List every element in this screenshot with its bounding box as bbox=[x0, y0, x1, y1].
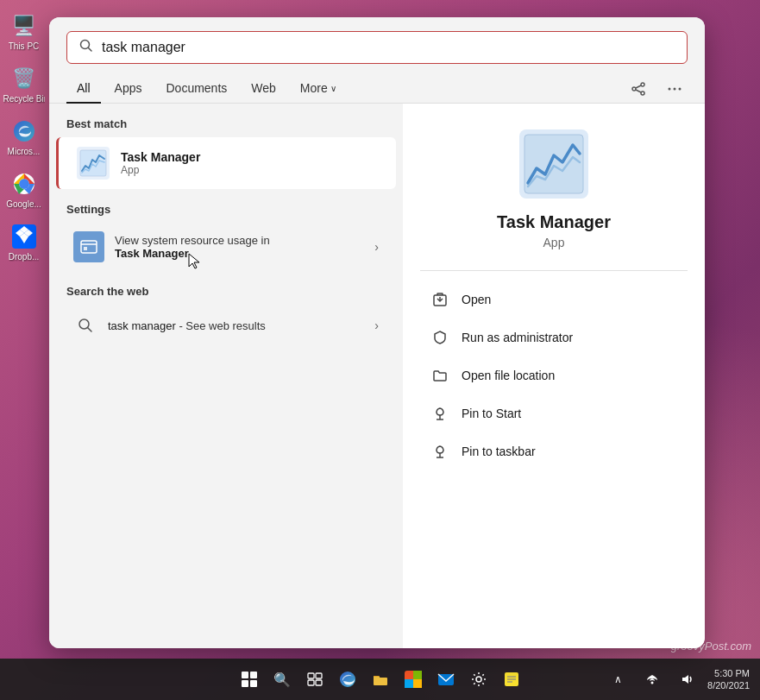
action-pin-to-taskbar-label: Pin to taskbar bbox=[462, 445, 536, 458]
action-pin-to-start-label: Pin to Start bbox=[462, 407, 521, 420]
app-detail-name: Task Manager bbox=[497, 212, 611, 232]
action-run-as-admin[interactable]: Run as administrator bbox=[420, 319, 688, 356]
web-search-icon bbox=[73, 313, 97, 337]
web-search-item[interactable]: task manager - See web results › bbox=[56, 305, 396, 346]
action-pin-to-start[interactable]: Pin to Start bbox=[420, 395, 688, 432]
taskbar-clock[interactable]: 5:30 PM 8/20/2021 bbox=[707, 667, 750, 692]
task-manager-icon-small bbox=[76, 146, 110, 180]
svg-point-19 bbox=[679, 87, 681, 90]
web-search-title: Search the web bbox=[49, 285, 403, 305]
svg-point-52 bbox=[651, 682, 654, 684]
settings-item[interactable]: View system resource usage in Task Manag… bbox=[56, 223, 396, 271]
svg-line-26 bbox=[88, 328, 92, 332]
taskbar-mail-icon[interactable] bbox=[432, 665, 460, 693]
svg-rect-37 bbox=[308, 673, 314, 678]
search-input-area bbox=[49, 17, 705, 74]
action-open-file-location[interactable]: Open file location bbox=[420, 357, 688, 394]
taskbar-chevron-icon[interactable]: ∧ bbox=[604, 665, 631, 693]
taskbar-notes-icon[interactable] bbox=[498, 665, 525, 693]
action-run-as-admin-label: Run as administrator bbox=[462, 331, 573, 344]
share-icon-btn[interactable] bbox=[625, 76, 651, 102]
desktop-icon-edge[interactable]: Micros... bbox=[3, 114, 45, 160]
action-pin-to-taskbar[interactable]: Pin to taskbar bbox=[420, 433, 688, 470]
left-panel: Best match Task Manager App bbox=[49, 104, 403, 648]
desktop-icons-area: 🖥️ This PC 🗑️ Recycle Bin Micros... bbox=[0, 0, 47, 659]
desktop-icon-dropbox[interactable]: Dropb... bbox=[3, 219, 45, 265]
right-panel: Task Manager App Open bbox=[403, 104, 705, 648]
desktop-icon-chrome[interactable]: Google... bbox=[3, 167, 45, 212]
web-search-query: task manager bbox=[108, 319, 176, 332]
svg-point-3 bbox=[21, 180, 28, 187]
chrome-icon bbox=[10, 170, 38, 198]
taskbar-search-icon[interactable]: 🔍 bbox=[268, 665, 296, 693]
taskbar-explorer-icon[interactable] bbox=[367, 665, 394, 693]
recycle-bin-icon: 🗑️ bbox=[10, 65, 38, 92]
best-match-title: Best match bbox=[49, 117, 403, 137]
edge-icon bbox=[10, 117, 38, 145]
settings-item-title: View system resource usage in bbox=[115, 234, 364, 247]
search-input[interactable] bbox=[102, 40, 675, 55]
svg-point-14 bbox=[641, 91, 644, 95]
web-search-chevron-icon: › bbox=[374, 318, 379, 332]
taskbar-network-icon[interactable] bbox=[638, 665, 666, 693]
folder-icon bbox=[430, 366, 449, 385]
pin-start-icon bbox=[430, 404, 449, 423]
more-options-icon-btn[interactable] bbox=[662, 76, 688, 102]
web-search-suffix: - See web results bbox=[176, 319, 266, 332]
settings-item-icon bbox=[73, 231, 104, 262]
start-button[interactable] bbox=[236, 665, 263, 693]
windows-logo-icon bbox=[242, 672, 257, 687]
search-content: Best match Task Manager App bbox=[49, 104, 705, 648]
settings-title: Settings bbox=[49, 203, 403, 223]
settings-chevron-icon: › bbox=[374, 240, 379, 254]
action-open[interactable]: Open bbox=[420, 281, 688, 318]
this-pc-label: This PC bbox=[9, 41, 40, 51]
best-match-info: Task Manager App bbox=[121, 150, 200, 176]
desktop-icon-this-pc[interactable]: 🖥️ This PC bbox=[3, 9, 45, 54]
taskbar-volume-icon[interactable] bbox=[673, 665, 700, 693]
dropbox-label: Dropb... bbox=[9, 252, 40, 262]
search-input-wrapper bbox=[66, 31, 688, 64]
svg-rect-21 bbox=[80, 150, 106, 176]
search-popup: All Apps Documents Web More ∨ bbox=[49, 17, 705, 648]
svg-point-17 bbox=[669, 87, 671, 90]
svg-line-15 bbox=[636, 85, 641, 88]
tab-apps[interactable]: Apps bbox=[104, 74, 153, 104]
tab-web[interactable]: Web bbox=[241, 74, 286, 104]
filter-tabs-bar: All Apps Documents Web More ∨ bbox=[49, 74, 705, 104]
action-open-label: Open bbox=[462, 293, 491, 306]
taskbar-taskview-icon[interactable] bbox=[301, 665, 329, 693]
pin-taskbar-icon bbox=[430, 442, 449, 461]
svg-point-0 bbox=[14, 121, 35, 142]
svg-point-47 bbox=[476, 677, 481, 682]
taskbar-edge-icon[interactable] bbox=[334, 665, 361, 693]
search-input-icon bbox=[79, 39, 93, 56]
tab-all[interactable]: All bbox=[66, 74, 101, 104]
taskbar-time: 5:30 PM bbox=[707, 667, 750, 679]
taskbar-date: 8/20/2021 bbox=[707, 679, 750, 691]
svg-rect-43 bbox=[413, 671, 422, 679]
shield-icon bbox=[430, 328, 449, 347]
tab-documents[interactable]: Documents bbox=[155, 74, 237, 104]
action-open-file-location-label: Open file location bbox=[462, 369, 555, 382]
desktop-icon-recycle-bin[interactable]: 🗑️ Recycle Bin bbox=[3, 61, 45, 107]
svg-point-12 bbox=[641, 83, 644, 86]
svg-rect-28 bbox=[524, 135, 583, 193]
taskbar-right: ∧ 5:30 PM 8/20/2021 bbox=[604, 665, 750, 693]
svg-rect-39 bbox=[308, 680, 314, 685]
best-match-type: App bbox=[121, 164, 200, 176]
taskbar-store-icon[interactable] bbox=[399, 665, 427, 693]
edge-label: Micros... bbox=[8, 147, 41, 156]
tab-more[interactable]: More ∨ bbox=[290, 74, 347, 104]
app-actions: Open Run as administrator bbox=[420, 281, 688, 470]
settings-section: Settings View system resource usage in T… bbox=[49, 203, 403, 271]
taskbar: 🔍 bbox=[0, 659, 760, 700]
more-chevron-icon: ∨ bbox=[330, 84, 336, 93]
svg-rect-44 bbox=[405, 679, 413, 688]
best-match-item[interactable]: Task Manager App bbox=[56, 137, 396, 189]
svg-rect-45 bbox=[413, 679, 422, 688]
recycle-bin-label: Recycle Bin bbox=[3, 94, 45, 104]
taskbar-settings-icon[interactable] bbox=[465, 665, 493, 693]
best-match-name: Task Manager bbox=[121, 150, 200, 164]
app-divider bbox=[420, 270, 688, 271]
